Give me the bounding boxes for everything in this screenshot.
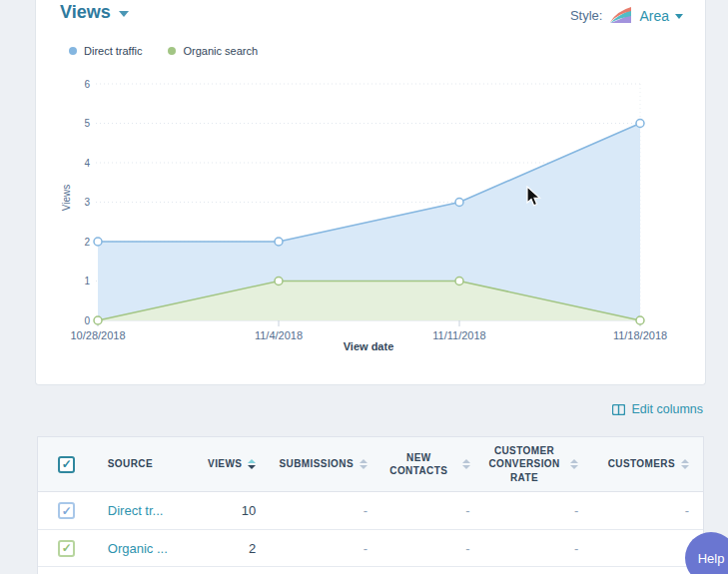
y-axis-title: Views — [61, 169, 73, 227]
source-cell: Direct tr... — [96, 503, 201, 518]
source-cell: Organic ... — [96, 541, 201, 556]
column-header-customers[interactable]: CUSTOMERS — [592, 457, 703, 471]
views-cell: 2 — [200, 541, 270, 556]
cell-value: - — [685, 503, 689, 518]
select-all-cell: ✓ — [38, 456, 96, 473]
help-button-label: Help — [698, 551, 725, 566]
column-header-label: VIEWS — [208, 457, 242, 471]
row-checkbox-cell: ✓ — [38, 540, 96, 557]
column-header-new_contacts[interactable]: NEW CONTACTS — [381, 451, 484, 478]
report-title: Views — [60, 2, 111, 23]
chart-style-picker: Style: Area — [570, 7, 683, 24]
cell-value: - — [574, 503, 578, 518]
x-axis-title: View date — [269, 340, 468, 352]
customer_conversion_rate-cell: - — [484, 541, 593, 556]
edit-columns-label: Edit columns — [631, 402, 703, 416]
new_contacts-cell: - — [381, 503, 484, 518]
table-body: ✓Direct tr...10----✓Organic ...2--- — [38, 492, 703, 566]
mouse-cursor — [526, 186, 543, 209]
cell-value: - — [364, 503, 367, 518]
column-header-label: SOURCE — [108, 457, 153, 471]
svg-text:10/28/2018: 10/28/2018 — [70, 329, 125, 341]
column-header-label: CUSTOMER CONVERSION RATE — [484, 444, 565, 485]
svg-text:1: 1 — [84, 276, 90, 287]
column-header-submissions[interactable]: SUBMISSIONS — [270, 457, 381, 471]
legend-item[interactable]: Direct traffic — [69, 45, 142, 57]
customers-cell: - — [592, 503, 703, 518]
cell-value: - — [574, 541, 578, 556]
submissions-cell: - — [270, 541, 381, 556]
sort-arrows-icon[interactable] — [360, 459, 367, 469]
svg-text:6: 6 — [84, 79, 90, 90]
sort-arrows-icon[interactable] — [570, 459, 578, 469]
column-header-views[interactable]: VIEWS — [200, 457, 270, 471]
svg-text:4: 4 — [84, 158, 90, 169]
submissions-cell: - — [270, 503, 381, 518]
report-card: Views Style: Area Direct trafficOrganic … — [35, 0, 706, 385]
report-title-dropdown[interactable]: Views — [60, 2, 129, 23]
columns-icon — [612, 404, 625, 415]
edit-columns-button[interactable]: Edit columns — [612, 402, 703, 416]
svg-text:5: 5 — [84, 118, 90, 129]
table-row — [38, 566, 703, 574]
sort-arrows-icon[interactable] — [681, 459, 689, 469]
svg-text:3: 3 — [84, 197, 90, 208]
cell-value: - — [364, 541, 367, 556]
area-chart-style-icon — [609, 7, 632, 24]
select-all-checkbox[interactable]: ✓ — [58, 456, 75, 473]
sort-arrows-icon[interactable] — [248, 459, 256, 469]
row-checkbox-cell: ✓ — [38, 502, 96, 519]
svg-text:0: 0 — [84, 315, 90, 326]
column-header-source: SOURCE — [96, 457, 201, 471]
source-link[interactable]: Organic ... — [108, 541, 168, 556]
table-row: ✓Organic ...2--- — [38, 529, 703, 566]
svg-text:11/18/2018: 11/18/2018 — [613, 329, 667, 341]
legend-dot — [69, 47, 77, 55]
source-link[interactable]: Direct tr... — [108, 503, 164, 518]
new_contacts-cell: - — [381, 541, 484, 556]
customer_conversion_rate-cell: - — [484, 503, 593, 518]
row-checkbox[interactable]: ✓ — [58, 502, 75, 519]
column-header-customer_conversion_rate[interactable]: CUSTOMER CONVERSION RATE — [484, 444, 593, 485]
analytics-page: { "header": { "title": "Views", "style_l… — [0, 0, 728, 574]
legend-item[interactable]: Organic search — [168, 45, 258, 57]
style-label: Style: — [570, 8, 603, 23]
table-row: ✓Direct tr...10---- — [38, 492, 703, 529]
column-header-label: CUSTOMERS — [608, 457, 675, 471]
table-header-row: ✓SOURCEVIEWSSUBMISSIONSNEW CONTACTSCUSTO… — [38, 437, 703, 492]
cell-value: - — [465, 541, 469, 556]
legend-dot — [168, 47, 176, 55]
svg-text:2: 2 — [84, 237, 90, 248]
style-value: Area — [639, 8, 669, 24]
row-checkbox[interactable]: ✓ — [58, 540, 75, 557]
views-cell: 10 — [200, 503, 270, 518]
cell-value: 10 — [242, 503, 256, 518]
legend-label: Direct traffic — [84, 45, 142, 57]
column-header-label: SUBMISSIONS — [280, 457, 354, 471]
chevron-down-icon — [675, 14, 683, 19]
legend-label: Organic search — [183, 45, 258, 57]
chevron-down-icon — [119, 11, 129, 17]
column-header-label: NEW CONTACTS — [381, 451, 456, 478]
sort-arrows-icon[interactable] — [462, 459, 470, 469]
area-chart-plot: 012345610/28/201811/4/201811/11/201811/1… — [36, 70, 707, 369]
cell-value: - — [465, 503, 469, 518]
sources-table: ✓SOURCEVIEWSSUBMISSIONSNEW CONTACTSCUSTO… — [37, 436, 704, 574]
style-value-dropdown[interactable]: Area — [639, 8, 683, 24]
cell-value: 2 — [249, 541, 256, 556]
chart-legend: Direct trafficOrganic search — [69, 45, 258, 57]
